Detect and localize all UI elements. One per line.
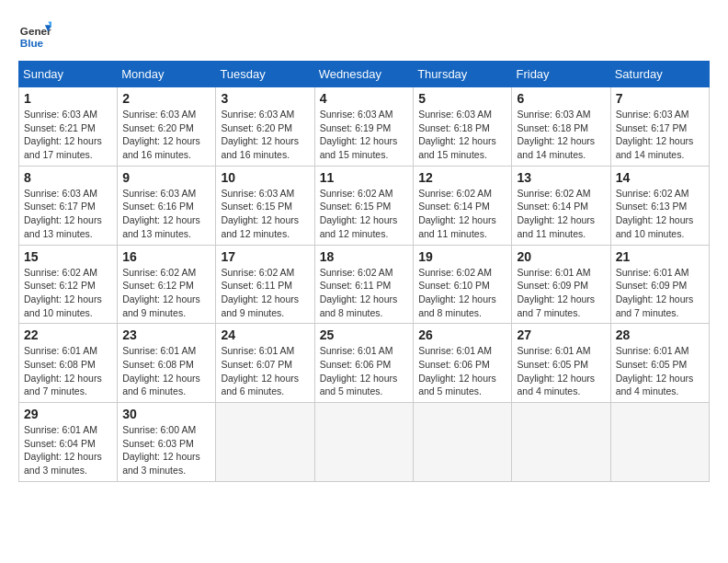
day-cell-14: 14 Sunrise: 6:02 AM Sunset: 6:13 PM Dayl… [610,166,709,245]
day-cell-21: 21 Sunrise: 6:01 AM Sunset: 6:09 PM Dayl… [610,245,709,324]
day-number: 7 [616,91,704,106]
day-cell-29: 29 Sunrise: 6:01 AM Sunset: 6:04 PM Dayl… [19,403,118,482]
day-info: Sunrise: 6:01 AM Sunset: 6:05 PM Dayligh… [616,344,704,398]
day-number: 12 [418,170,506,185]
day-cell-6: 6 Sunrise: 6:03 AM Sunset: 6:18 PM Dayli… [512,87,610,167]
day-cell-1: 1 Sunrise: 6:03 AM Sunset: 6:21 PM Dayli… [19,87,118,167]
day-number: 27 [517,327,605,342]
day-cell-16: 16 Sunrise: 6:02 AM Sunset: 6:12 PM Dayl… [118,245,216,324]
day-info: Sunrise: 6:02 AM Sunset: 6:13 PM Dayligh… [616,187,704,241]
day-info: Sunrise: 6:03 AM Sunset: 6:19 PM Dayligh… [320,108,409,162]
day-cell-26: 26 Sunrise: 6:01 AM Sunset: 6:06 PM Dayl… [414,324,512,403]
week-row-1: 1 Sunrise: 6:03 AM Sunset: 6:21 PM Dayli… [19,87,710,167]
header-tuesday: Tuesday [216,62,314,87]
day-info: Sunrise: 6:03 AM Sunset: 6:20 PM Dayligh… [122,108,210,162]
day-number: 28 [616,327,704,342]
header-sunday: Sunday [19,62,118,87]
day-number: 3 [221,91,309,106]
day-cell-30: 30 Sunrise: 6:00 AM Sunset: 6:03 PM Dayl… [118,403,216,482]
day-cell-3: 3 Sunrise: 6:03 AM Sunset: 6:20 PM Dayli… [216,87,314,167]
day-cell-18: 18 Sunrise: 6:02 AM Sunset: 6:11 PM Dayl… [314,245,414,324]
day-cell-27: 27 Sunrise: 6:01 AM Sunset: 6:05 PM Dayl… [512,324,610,403]
day-info: Sunrise: 6:01 AM Sunset: 6:08 PM Dayligh… [24,344,112,398]
day-info: Sunrise: 6:01 AM Sunset: 6:05 PM Dayligh… [517,344,605,398]
day-number: 10 [221,170,309,185]
day-info: Sunrise: 6:03 AM Sunset: 6:20 PM Dayligh… [221,108,309,162]
day-number: 22 [24,327,112,342]
day-info: Sunrise: 6:03 AM Sunset: 6:17 PM Dayligh… [616,108,704,162]
day-cell-9: 9 Sunrise: 6:03 AM Sunset: 6:16 PM Dayli… [118,166,216,245]
day-cell-13: 13 Sunrise: 6:02 AM Sunset: 6:14 PM Dayl… [512,166,610,245]
day-cell-28: 28 Sunrise: 6:01 AM Sunset: 6:05 PM Dayl… [610,324,709,403]
day-number: 5 [418,91,506,106]
day-info: Sunrise: 6:02 AM Sunset: 6:14 PM Dayligh… [517,187,605,241]
day-cell-5: 5 Sunrise: 6:03 AM Sunset: 6:18 PM Dayli… [414,87,512,167]
header-monday: Monday [118,62,216,87]
day-number: 19 [418,249,506,264]
day-info: Sunrise: 6:02 AM Sunset: 6:12 PM Dayligh… [122,266,210,320]
day-info: Sunrise: 6:00 AM Sunset: 6:03 PM Dayligh… [122,423,210,477]
header-wednesday: Wednesday [314,62,414,87]
week-row-3: 15 Sunrise: 6:02 AM Sunset: 6:12 PM Dayl… [19,245,710,324]
day-info: Sunrise: 6:01 AM Sunset: 6:06 PM Dayligh… [418,344,506,398]
day-info: Sunrise: 6:02 AM Sunset: 6:11 PM Dayligh… [320,266,409,320]
day-cell-24: 24 Sunrise: 6:01 AM Sunset: 6:07 PM Dayl… [216,324,314,403]
day-number: 30 [122,407,210,421]
day-number: 11 [320,170,409,185]
day-cell-20: 20 Sunrise: 6:01 AM Sunset: 6:09 PM Dayl… [512,245,610,324]
header-saturday: Saturday [610,62,709,87]
day-info: Sunrise: 6:03 AM Sunset: 6:17 PM Dayligh… [24,187,112,241]
header-friday: Friday [512,62,610,87]
day-cell-19: 19 Sunrise: 6:02 AM Sunset: 6:10 PM Dayl… [414,245,512,324]
day-info: Sunrise: 6:02 AM Sunset: 6:10 PM Dayligh… [418,266,506,320]
day-cell-10: 10 Sunrise: 6:03 AM Sunset: 6:15 PM Dayl… [216,166,314,245]
calendar-body: 1 Sunrise: 6:03 AM Sunset: 6:21 PM Dayli… [19,87,710,482]
day-info: Sunrise: 6:01 AM Sunset: 6:09 PM Dayligh… [517,266,605,320]
day-number: 9 [122,170,210,185]
day-cell-12: 12 Sunrise: 6:02 AM Sunset: 6:14 PM Dayl… [414,166,512,245]
logo-icon: General Blue [18,18,51,52]
day-number: 8 [24,170,112,185]
day-cell-2: 2 Sunrise: 6:03 AM Sunset: 6:20 PM Dayli… [118,87,216,167]
day-info: Sunrise: 6:03 AM Sunset: 6:18 PM Dayligh… [517,108,605,162]
day-cell-23: 23 Sunrise: 6:01 AM Sunset: 6:08 PM Dayl… [118,324,216,403]
day-number: 2 [122,91,210,106]
week-row-4: 22 Sunrise: 6:01 AM Sunset: 6:08 PM Dayl… [19,324,710,403]
day-number: 1 [24,91,112,106]
day-number: 13 [517,170,605,185]
day-number: 21 [616,249,704,264]
day-number: 26 [418,327,506,342]
day-info: Sunrise: 6:01 AM Sunset: 6:09 PM Dayligh… [616,266,704,320]
empty-cell [216,403,314,482]
day-cell-8: 8 Sunrise: 6:03 AM Sunset: 6:17 PM Dayli… [19,166,118,245]
calendar-table: Sunday Monday Tuesday Wednesday Thursday… [18,61,710,482]
day-info: Sunrise: 6:03 AM Sunset: 6:18 PM Dayligh… [418,108,506,162]
svg-text:Blue: Blue [20,37,44,49]
empty-cell [414,403,512,482]
day-info: Sunrise: 6:01 AM Sunset: 6:04 PM Dayligh… [24,423,112,477]
day-info: Sunrise: 6:03 AM Sunset: 6:16 PM Dayligh… [122,187,210,241]
day-info: Sunrise: 6:01 AM Sunset: 6:06 PM Dayligh… [320,344,409,398]
week-row-5: 29 Sunrise: 6:01 AM Sunset: 6:04 PM Dayl… [19,403,710,482]
empty-cell [610,403,709,482]
day-info: Sunrise: 6:02 AM Sunset: 6:15 PM Dayligh… [320,187,409,241]
day-cell-22: 22 Sunrise: 6:01 AM Sunset: 6:08 PM Dayl… [19,324,118,403]
day-number: 14 [616,170,704,185]
day-number: 16 [122,249,210,264]
day-cell-17: 17 Sunrise: 6:02 AM Sunset: 6:11 PM Dayl… [216,245,314,324]
day-cell-11: 11 Sunrise: 6:02 AM Sunset: 6:15 PM Dayl… [314,166,414,245]
day-info: Sunrise: 6:03 AM Sunset: 6:15 PM Dayligh… [221,187,309,241]
day-info: Sunrise: 6:02 AM Sunset: 6:12 PM Dayligh… [24,266,112,320]
day-number: 20 [517,249,605,264]
day-number: 29 [24,407,112,421]
day-info: Sunrise: 6:02 AM Sunset: 6:14 PM Dayligh… [418,187,506,241]
empty-cell [314,403,414,482]
day-number: 17 [221,249,309,264]
header-thursday: Thursday [414,62,512,87]
day-cell-15: 15 Sunrise: 6:02 AM Sunset: 6:12 PM Dayl… [19,245,118,324]
day-number: 18 [320,249,409,264]
day-cell-7: 7 Sunrise: 6:03 AM Sunset: 6:17 PM Dayli… [610,87,709,167]
day-number: 4 [320,91,409,106]
day-info: Sunrise: 6:02 AM Sunset: 6:11 PM Dayligh… [221,266,309,320]
day-number: 23 [122,327,210,342]
